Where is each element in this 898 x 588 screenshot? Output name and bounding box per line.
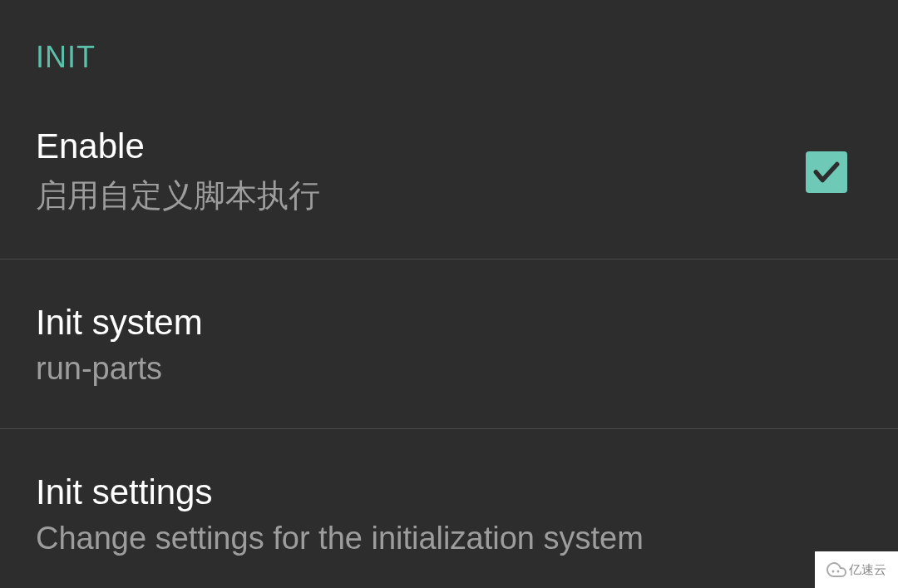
setting-text-init-settings: Init settings Change settings for the in…: [36, 472, 862, 556]
svg-point-1: [837, 571, 840, 573]
svg-point-0: [832, 571, 835, 573]
watermark-text: 亿速云: [849, 562, 886, 578]
setting-title-init-system: Init system: [36, 303, 862, 343]
setting-row-init-system[interactable]: Init system run-parts: [0, 259, 898, 429]
setting-row-enable[interactable]: Enable 启用自定义脚本执行: [0, 126, 898, 259]
section-header-init: INIT: [0, 40, 898, 75]
checkmark-icon: [811, 156, 842, 188]
setting-subtitle-init-system: run-parts: [36, 351, 862, 387]
settings-container: INIT Enable 启用自定义脚本执行 Init system run-pa…: [0, 0, 898, 588]
setting-title-init-settings: Init settings: [36, 472, 862, 512]
setting-row-init-settings[interactable]: Init settings Change settings for the in…: [0, 429, 898, 588]
setting-title-enable: Enable: [36, 126, 806, 166]
watermark-badge: 亿速云: [815, 551, 898, 588]
setting-text-enable: Enable 启用自定义脚本执行: [36, 126, 806, 217]
cloud-icon: [826, 560, 846, 580]
setting-subtitle-enable: 启用自定义脚本执行: [36, 175, 806, 217]
checkbox-enable[interactable]: [806, 151, 847, 193]
setting-text-init-system: Init system run-parts: [36, 303, 862, 387]
setting-subtitle-init-settings: Change settings for the initialization s…: [36, 521, 862, 556]
